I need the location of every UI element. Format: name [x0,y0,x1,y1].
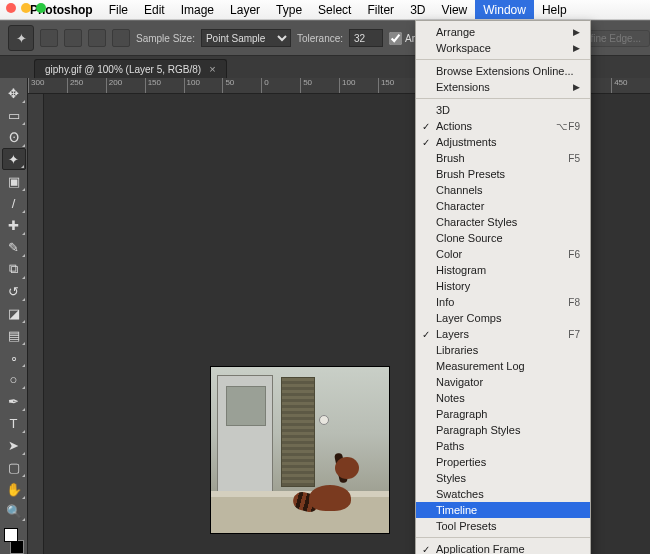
background-color-swatch[interactable] [10,540,24,554]
hand-tool[interactable]: ✋ [2,478,26,500]
menu-item-channels[interactable]: Channels [416,182,590,198]
menu-item-history[interactable]: History [416,278,590,294]
menu-image[interactable]: Image [173,0,222,19]
menu-select[interactable]: Select [310,0,359,19]
type-tool[interactable]: T [2,412,26,434]
menu-item-workspace[interactable]: Workspace▶ [416,40,590,56]
selection-add-icon[interactable] [64,29,82,47]
menu-item-label: Measurement Log [436,360,525,372]
selection-subtract-icon[interactable] [88,29,106,47]
menu-item-brush[interactable]: BrushF5 [416,150,590,166]
healing-brush-tool[interactable]: ✚ [2,214,26,236]
menu-item-measurement-log[interactable]: Measurement Log [416,358,590,374]
brush-tool[interactable]: ✎ [2,236,26,258]
window-controls[interactable] [6,3,46,13]
foreground-color-swatch[interactable] [4,528,18,542]
menu-item-character[interactable]: Character [416,198,590,214]
menu-item-browse-extensions-online[interactable]: Browse Extensions Online... [416,63,590,79]
dodge-tool[interactable]: ○ [2,368,26,390]
menu-item-layers[interactable]: ✓LayersF7 [416,326,590,342]
check-icon: ✓ [422,121,430,132]
menu-type[interactable]: Type [268,0,310,19]
window-menu-dropdown[interactable]: Arrange▶Workspace▶Browse Extensions Onli… [415,20,591,554]
menu-item-label: Layers [436,328,469,340]
lasso-tool[interactable]: ʘ [2,126,26,148]
menu-item-styles[interactable]: Styles [416,470,590,486]
menu-item-brush-presets[interactable]: Brush Presets [416,166,590,182]
shape-tool[interactable]: ▢ [2,456,26,478]
magic-wand-tool[interactable]: ✦ [2,148,26,170]
ruler-tick: 450 [611,78,650,93]
current-tool-indicator[interactable]: ✦ [8,25,34,51]
menu-item-histogram[interactable]: Histogram [416,262,590,278]
eyedropper-tool[interactable]: / [2,192,26,214]
fullscreen-window-icon[interactable] [36,3,46,13]
menu-layer[interactable]: Layer [222,0,268,19]
menu-item-label: Timeline [436,504,477,516]
menu-filter[interactable]: Filter [359,0,402,19]
menu-item-label: Application Frame [436,543,525,554]
menu-item-actions[interactable]: ✓Actions⌥F9 [416,118,590,134]
menu-item-application-frame[interactable]: ✓Application Frame [416,541,590,554]
menu-item-label: Channels [436,184,482,196]
menu-item-extensions[interactable]: Extensions▶ [416,79,590,95]
document-tab[interactable]: giphy.gif @ 100% (Layer 5, RGB/8) × [34,59,227,78]
menu-window[interactable]: Window [475,0,534,19]
menu-help[interactable]: Help [534,0,575,19]
canvas-document[interactable] [210,366,390,534]
menu-item-label: Clone Source [436,232,503,244]
menu-item-paths[interactable]: Paths [416,438,590,454]
marquee-tool[interactable]: ▭ [2,104,26,126]
image-red-panda [303,453,363,511]
color-swatches[interactable] [2,528,26,554]
menu-item-arrange[interactable]: Arrange▶ [416,24,590,40]
selection-intersect-icon[interactable] [112,29,130,47]
menu-item-info[interactable]: InfoF8 [416,294,590,310]
ruler-tick: 150 [145,78,184,93]
menu-item-clone-source[interactable]: Clone Source [416,230,590,246]
menu-item-adjustments[interactable]: ✓Adjustments [416,134,590,150]
ruler-vertical[interactable] [28,94,44,554]
menu-item-paragraph[interactable]: Paragraph [416,406,590,422]
eraser-tool[interactable]: ◪ [2,302,26,324]
menu-item-label: Actions [436,120,472,132]
menu-item-timeline[interactable]: Timeline [416,502,590,518]
blur-tool[interactable]: ∘ [2,346,26,368]
ruler-tick: 250 [67,78,106,93]
gradient-tool[interactable]: ▤ [2,324,26,346]
menu-item-properties[interactable]: Properties [416,454,590,470]
clone-stamp-tool[interactable]: ⧉ [2,258,26,280]
close-window-icon[interactable] [6,3,16,13]
menu-item-swatches[interactable]: Swatches [416,486,590,502]
menu-view[interactable]: View [433,0,475,19]
history-brush-tool[interactable]: ↺ [2,280,26,302]
zoom-tool[interactable]: 🔍 [2,500,26,522]
ruler-tick: 50 [222,78,261,93]
menu-item-libraries[interactable]: Libraries [416,342,590,358]
menu-edit[interactable]: Edit [136,0,173,19]
move-tool[interactable]: ✥ [2,82,26,104]
close-tab-icon[interactable]: × [209,63,215,75]
crop-tool[interactable]: ▣ [2,170,26,192]
pen-tool[interactable]: ✒ [2,390,26,412]
tolerance-input[interactable]: 32 [349,29,383,47]
menu-item-navigator[interactable]: Navigator [416,374,590,390]
path-selection-tool[interactable]: ➤ [2,434,26,456]
menu-file[interactable]: File [101,0,136,19]
shortcut-label: F8 [568,297,580,308]
menu-separator [416,59,590,60]
sample-size-select[interactable]: Point Sample [201,29,291,47]
menu-item-tool-presets[interactable]: Tool Presets [416,518,590,534]
menu-item-notes[interactable]: Notes [416,390,590,406]
minimize-window-icon[interactable] [21,3,31,13]
menu-item-3d[interactable]: 3D [416,102,590,118]
menu-item-label: Histogram [436,264,486,276]
menu-3d[interactable]: 3D [402,0,433,19]
menu-item-color[interactable]: ColorF6 [416,246,590,262]
menu-item-character-styles[interactable]: Character Styles [416,214,590,230]
submenu-arrow-icon: ▶ [573,27,580,37]
menu-item-paragraph-styles[interactable]: Paragraph Styles [416,422,590,438]
selection-new-icon[interactable] [40,29,58,47]
menu-item-layer-comps[interactable]: Layer Comps [416,310,590,326]
antialias-check-icon[interactable] [389,32,402,45]
